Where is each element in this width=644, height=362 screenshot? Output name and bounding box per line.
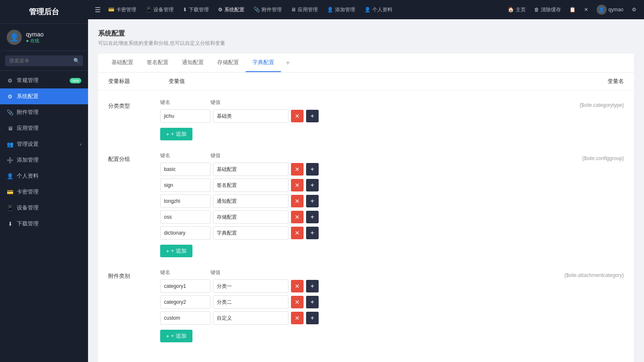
tab-storage[interactable]: 存储配置 (210, 54, 246, 72)
topnav-clipboard[interactable]: 📋 (566, 4, 579, 15)
key-header: 键名 (160, 99, 210, 106)
col-headers: 键名 键值 (160, 269, 530, 276)
sidebar-item-regular[interactable]: ⚙ 常规管理 new (0, 72, 88, 88)
add-row-button[interactable]: + (306, 227, 319, 239)
sidebar-item-label: 添加管理 (17, 156, 39, 164)
delete-button[interactable]: ✕ (291, 211, 304, 223)
sidebar-item-card[interactable]: 💳 卡密管理 (0, 184, 88, 200)
topnav-device[interactable]: 📱 设备管理 (141, 4, 178, 16)
val-input[interactable] (213, 295, 288, 309)
add-row-button[interactable]: + (306, 296, 319, 308)
delete-button[interactable]: ✕ (291, 195, 304, 207)
val-input[interactable] (213, 194, 288, 208)
topnav-home[interactable]: 🏠 主页 (504, 4, 529, 16)
download-icon: ⬇ (7, 221, 13, 227)
close-icon: ✕ (584, 7, 588, 13)
val-input[interactable] (213, 178, 288, 192)
topnav-user: 👤 qymao (593, 2, 627, 17)
topnav-sysconfig[interactable]: ⚙ 系统配置 (214, 4, 249, 16)
device-icon: 📱 (145, 7, 152, 13)
key-input[interactable] (160, 226, 210, 240)
topnav-app[interactable]: 🖥 应用管理 (287, 4, 322, 16)
sidebar-item-download[interactable]: ⬇ 下载管理 (0, 216, 88, 232)
val-input[interactable] (213, 226, 288, 240)
topnav-attach[interactable]: 📎 附件管理 (249, 4, 286, 16)
tab-dict[interactable]: 字典配置 (246, 54, 281, 72)
delete-button[interactable]: ✕ (291, 280, 304, 292)
val-input[interactable] (213, 279, 288, 293)
sidebar-item-manage[interactable]: 👥 管理设置 ‹ (0, 136, 88, 152)
table-row: ✕ + (160, 295, 530, 309)
search-input[interactable] (5, 55, 83, 66)
add-row-button[interactable]: + (306, 163, 319, 176)
table-row: ✕ + (160, 226, 530, 240)
search-icon: 🔍 (73, 58, 80, 64)
add-row-button[interactable]: + (306, 195, 319, 207)
key-input[interactable] (160, 178, 210, 192)
tab-add-button[interactable]: + (281, 56, 295, 70)
sidebar-item-profile[interactable]: 👤 个人资料 (0, 168, 88, 184)
card-icon: 💳 (7, 189, 13, 195)
sidebar: 管理后台 👤 qymao 在线 🔍 ⚙ 常规管理 new ⚙ 系统配置 📎 附件… (0, 0, 88, 362)
topnav-card[interactable]: 💳 卡密管理 (104, 4, 140, 16)
delete-button[interactable]: ✕ (291, 296, 304, 308)
key-input[interactable] (160, 163, 210, 176)
add-row-button[interactable]: + (306, 110, 319, 122)
val-header: 键值 (210, 269, 530, 276)
tab-notify[interactable]: 通知配置 (175, 54, 210, 72)
attachment-icon: 📎 (7, 109, 13, 116)
sidebar-item-attachment[interactable]: 📎 附件管理 (0, 104, 88, 120)
sidebar-item-label: 应用管理 (17, 124, 39, 132)
delete-button[interactable]: ✕ (291, 110, 304, 122)
add-row-button[interactable]: + (306, 280, 319, 292)
add-row-button[interactable]: + (306, 211, 319, 223)
val-input[interactable] (213, 210, 288, 224)
sidebar-item-app[interactable]: 🖥 应用管理 (0, 120, 88, 136)
append-button[interactable]: + + 追加 (160, 330, 192, 342)
app-icon: 🖥 (7, 125, 13, 132)
var-group-config-group: 配置分组 键名 键值 ✕ + (108, 152, 624, 257)
val-input[interactable] (213, 311, 288, 325)
hamburger-icon[interactable]: ☰ (92, 3, 103, 16)
val-header: 键值 (210, 152, 530, 159)
val-input[interactable] (213, 163, 288, 176)
topnav-download[interactable]: ⬇ 下载管理 (179, 4, 213, 16)
group-label: 配置分组 (108, 152, 150, 163)
plus-icon: + (166, 333, 169, 339)
var-label-header: 变量标题 (108, 78, 158, 85)
sidebar-item-device[interactable]: 📱 设备管理 (0, 200, 88, 216)
sidebar-item-label: 附件管理 (17, 109, 39, 116)
key-input[interactable] (160, 279, 210, 293)
topnav-clear-cache[interactable]: 🗑 清除缓存 (531, 4, 564, 16)
topnav-close[interactable]: ✕ (581, 4, 592, 15)
tab-basic[interactable]: 基础配置 (105, 54, 140, 72)
key-input[interactable] (160, 295, 210, 309)
add-row-button[interactable]: + (306, 179, 319, 191)
delete-button[interactable]: ✕ (291, 312, 304, 324)
delete-button[interactable]: ✕ (291, 227, 304, 239)
avatar: 👤 (7, 30, 22, 45)
key-input[interactable] (160, 109, 210, 123)
topnav-addmgmt[interactable]: 👤 添加管理 (323, 4, 359, 16)
sidebar-user: 👤 qymao 在线 (0, 24, 88, 51)
key-input[interactable] (160, 210, 210, 224)
topnav-personal[interactable]: 👤 个人资料 (360, 4, 397, 16)
key-input[interactable] (160, 311, 210, 325)
add-icon: ➕ (7, 157, 13, 163)
tab-sign[interactable]: 签名配置 (140, 54, 175, 72)
add-row-button[interactable]: + (306, 312, 319, 324)
delete-button[interactable]: ✕ (291, 163, 304, 176)
val-input[interactable] (213, 109, 288, 123)
var-name-header: 变量名 (608, 78, 624, 85)
append-button[interactable]: + + 追加 (160, 128, 192, 140)
sidebar-item-add[interactable]: ➕ 添加管理 (0, 152, 88, 168)
var-name-value: {$site.attachmentcategory} (540, 269, 624, 278)
delete-button[interactable]: ✕ (291, 179, 304, 191)
sidebar-item-config[interactable]: ⚙ 系统配置 (0, 88, 88, 104)
key-input[interactable] (160, 194, 210, 208)
topnav-settings[interactable]: ⚙ (628, 4, 640, 15)
tabs-bar: 基础配置 签名配置 通知配置 存储配置 字典配置 + (98, 54, 634, 72)
append-button[interactable]: + + 追加 (160, 245, 192, 257)
table-row: ✕ + (160, 178, 530, 192)
plus-icon: + (166, 131, 169, 137)
